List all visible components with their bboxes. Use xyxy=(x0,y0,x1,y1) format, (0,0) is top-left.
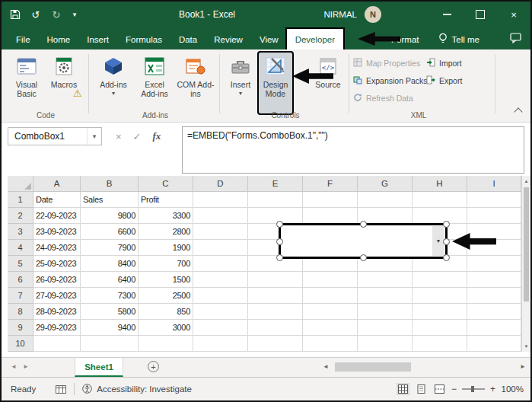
cell-I6[interactable] xyxy=(467,272,521,288)
cell-H9[interactable] xyxy=(413,320,467,336)
cell-G6[interactable] xyxy=(358,272,413,288)
cell-C2[interactable]: 3300 xyxy=(139,208,193,224)
select-all-corner[interactable] xyxy=(8,176,33,192)
close-button[interactable]: × xyxy=(497,2,530,27)
sheet-nav-left-icon[interactable]: ◄ xyxy=(11,363,17,370)
tab-formulas[interactable]: Formulas xyxy=(117,29,170,49)
column-header-A[interactable]: A xyxy=(33,176,81,192)
column-header-H[interactable]: H xyxy=(413,176,467,192)
cell-E1[interactable] xyxy=(248,192,303,208)
scroll-up-icon[interactable]: ▲ xyxy=(522,176,530,187)
cell-B7[interactable]: 7300 xyxy=(81,288,139,304)
cancel-icon[interactable]: × xyxy=(116,131,122,142)
zoom-slider[interactable] xyxy=(462,388,485,390)
column-header-C[interactable]: C xyxy=(139,176,193,192)
cell-C4[interactable]: 1900 xyxy=(139,240,193,256)
cell-H6[interactable] xyxy=(413,272,467,288)
cell-D9[interactable] xyxy=(193,320,248,336)
cell-A9[interactable]: 29-09-2023 xyxy=(33,320,81,336)
cell-D4[interactable] xyxy=(193,240,248,256)
cell-C1[interactable]: Profit xyxy=(139,192,193,208)
cell-D3[interactable] xyxy=(193,224,248,240)
tab-insert[interactable]: Insert xyxy=(78,29,117,49)
cell-A3[interactable]: 23-09-2023 xyxy=(33,224,81,240)
column-header-F[interactable]: F xyxy=(303,176,358,192)
visual-basic-button[interactable]: Visual Basic xyxy=(9,53,44,113)
refresh-data-button[interactable]: Refresh Data xyxy=(353,91,413,104)
column-header-B[interactable]: B xyxy=(81,176,139,192)
cell-B4[interactable]: 7900 xyxy=(81,240,139,256)
zoom-in-icon[interactable]: + xyxy=(490,384,495,394)
normal-view-icon[interactable] xyxy=(397,383,409,395)
name-box[interactable]: ComboBox1 ▾ xyxy=(8,127,102,145)
cell-C6[interactable]: 1500 xyxy=(139,272,193,288)
selection-handle[interactable] xyxy=(276,254,283,261)
column-header-E[interactable]: E xyxy=(248,176,303,192)
cell-B9[interactable]: 9400 xyxy=(81,320,139,336)
tab-developer[interactable]: Developer xyxy=(287,29,343,49)
selection-handle[interactable] xyxy=(276,238,283,245)
tab-home[interactable]: Home xyxy=(39,29,79,49)
selection-handle[interactable] xyxy=(443,254,450,261)
tell-me-button[interactable]: Tell me xyxy=(438,29,479,49)
vertical-scrollbar-thumb[interactable] xyxy=(524,187,529,302)
row-header-7[interactable]: 7 xyxy=(8,288,33,304)
cell-G7[interactable] xyxy=(358,288,413,304)
cell-C10[interactable] xyxy=(139,336,193,352)
cell-I5[interactable] xyxy=(467,256,521,272)
hscroll-left-icon[interactable]: ◄ xyxy=(323,363,329,370)
column-header-D[interactable]: D xyxy=(193,176,248,192)
tab-file[interactable]: File xyxy=(8,29,39,49)
hscroll-right-icon[interactable]: ► xyxy=(520,363,526,370)
selection-handle[interactable] xyxy=(443,238,450,245)
row-header-3[interactable]: 3 xyxy=(8,224,33,240)
tab-data[interactable]: Data xyxy=(170,29,205,49)
cell-C5[interactable]: 700 xyxy=(139,256,193,272)
row-header-10[interactable]: 10 xyxy=(8,336,33,352)
cell-C7[interactable]: 2500 xyxy=(139,288,193,304)
import-button[interactable]: Import xyxy=(426,56,462,69)
cell-E6[interactable] xyxy=(248,272,303,288)
cell-A10[interactable] xyxy=(33,336,81,352)
page-layout-view-icon[interactable] xyxy=(415,383,428,395)
cell-A6[interactable]: 26-09-2023 xyxy=(33,272,81,288)
cell-E10[interactable] xyxy=(248,336,303,352)
cell-A7[interactable]: 27-09-2023 xyxy=(33,288,81,304)
cell-H8[interactable] xyxy=(413,304,467,320)
cell-B6[interactable]: 6400 xyxy=(81,272,139,288)
page-break-view-icon[interactable] xyxy=(433,383,446,395)
enter-icon[interactable]: ✓ xyxy=(133,131,142,142)
cell-D7[interactable] xyxy=(193,288,248,304)
cell-D2[interactable] xyxy=(193,208,248,224)
scroll-down-icon[interactable]: ▼ xyxy=(522,341,530,352)
cell-F1[interactable] xyxy=(303,192,358,208)
macro-record-icon[interactable] xyxy=(56,385,66,394)
formula-input[interactable]: =EMBED("Forms.ComboBox.1","") xyxy=(182,126,524,174)
row-header-9[interactable]: 9 xyxy=(8,320,33,336)
accessibility-status[interactable]: Accessibility: Investigate xyxy=(82,384,192,395)
design-mode-button[interactable]: Design Mode xyxy=(259,53,292,113)
cell-E8[interactable] xyxy=(248,304,303,320)
cell-E7[interactable] xyxy=(248,288,303,304)
export-button[interactable]: Export xyxy=(426,74,462,87)
cell-F6[interactable] xyxy=(303,272,358,288)
cell-G9[interactable] xyxy=(358,320,413,336)
cell-H7[interactable] xyxy=(413,288,467,304)
column-header-I[interactable]: I xyxy=(467,176,521,192)
save-icon[interactable] xyxy=(9,8,21,21)
cell-B10[interactable] xyxy=(81,336,139,352)
name-box-dropdown-icon[interactable]: ▾ xyxy=(87,128,101,145)
sheet-tab-sheet1[interactable]: Sheet1 xyxy=(75,358,123,377)
cell-F7[interactable] xyxy=(303,288,358,304)
cell-C8[interactable]: 850 xyxy=(139,304,193,320)
macro-security-warning-icon[interactable]: ⚠ xyxy=(73,88,82,99)
cell-A8[interactable]: 28-09-2023 xyxy=(33,304,81,320)
minimize-button[interactable] xyxy=(430,2,464,27)
cell-A4[interactable]: 24-09-2023 xyxy=(33,240,81,256)
insert-control-button[interactable]: Insert ▾ xyxy=(225,53,256,113)
cell-G8[interactable] xyxy=(358,304,413,320)
combobox-control[interactable]: ▼ xyxy=(279,223,448,259)
cell-D5[interactable] xyxy=(193,256,248,272)
cell-D6[interactable] xyxy=(193,272,248,288)
maximize-button[interactable] xyxy=(464,2,497,27)
